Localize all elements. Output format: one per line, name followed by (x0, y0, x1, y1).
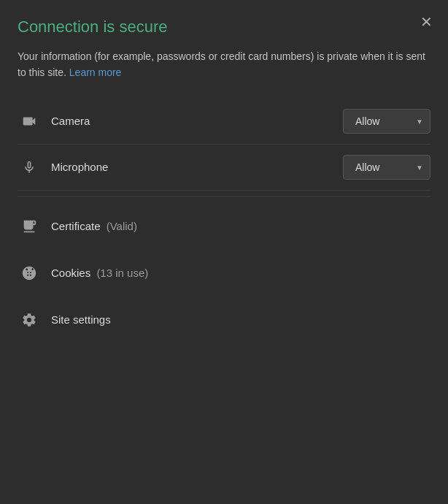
cookies-label: Cookies (13 in use) (51, 267, 148, 279)
permissions-section: Camera Allow Block Ask Microphone Allow … (18, 99, 430, 191)
microphone-icon (18, 156, 41, 179)
camera-label: Camera (51, 115, 343, 127)
camera-icon (18, 110, 41, 133)
cookies-row[interactable]: Cookies (13 in use) (18, 250, 430, 297)
certificate-row[interactable]: Certificate (Valid) (18, 203, 430, 250)
microphone-label: Microphone (51, 161, 343, 173)
popup-title: Connection is secure (18, 18, 430, 37)
certificate-icon (18, 215, 41, 238)
section-divider (18, 196, 430, 197)
info-section: Certificate (Valid) Cookies (13 in use) (18, 203, 430, 343)
close-button[interactable]: ✕ (416, 12, 436, 32)
certificate-label: Certificate (Valid) (51, 220, 137, 232)
learn-more-link[interactable]: Learn more (69, 66, 122, 78)
camera-permission-row: Camera Allow Block Ask (18, 99, 430, 145)
cookies-icon (18, 261, 41, 285)
camera-select-wrapper: Allow Block Ask (343, 109, 430, 134)
security-popup: ✕ Connection is secure Your information … (0, 0, 448, 504)
microphone-permission-row: Microphone Allow Block Ask (18, 145, 430, 191)
microphone-select-wrapper: Allow Block Ask (343, 155, 430, 180)
camera-select[interactable]: Allow Block Ask (343, 109, 430, 134)
site-settings-label: Site settings (51, 313, 111, 326)
microphone-select[interactable]: Allow Block Ask (343, 155, 430, 180)
site-settings-row[interactable]: Site settings (18, 297, 430, 343)
popup-description: Your information (for example, passwords… (18, 48, 430, 81)
site-settings-icon (18, 308, 41, 332)
